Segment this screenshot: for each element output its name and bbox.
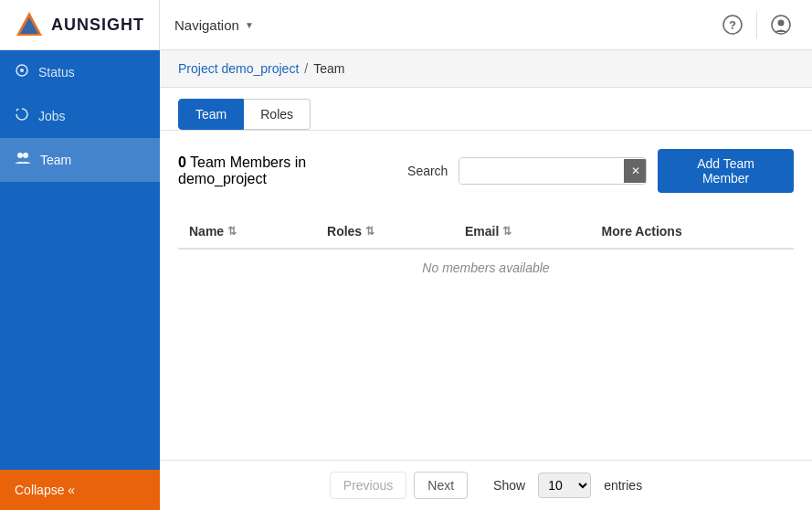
entries-select[interactable]: 5 10 25 50 100 (538, 473, 591, 498)
members-table: Name ⇅ Roles ⇅ (178, 215, 794, 286)
table-wrap: Name ⇅ Roles ⇅ (178, 215, 794, 441)
svg-point-9 (17, 153, 23, 158)
team-header: 0 Team Members in demo_project Search ✕ … (178, 149, 794, 193)
chevron-down-icon: ▼ (245, 20, 254, 30)
col-roles-label: Roles (327, 224, 362, 239)
pagination-footer: Previous Next Show 5 10 25 50 100 entrie… (160, 460, 812, 510)
empty-row: No members available (178, 249, 794, 286)
jobs-icon (15, 107, 29, 125)
navigation-label: Navigation (174, 17, 239, 33)
status-icon (15, 63, 29, 81)
collapse-label: Collapse « (15, 483, 75, 497)
member-count: 0 (178, 154, 186, 170)
svg-point-5 (778, 20, 785, 27)
search-input-wrap: ✕ (459, 157, 647, 185)
breadcrumb-project-link[interactable]: Project demo_project (178, 61, 299, 76)
user-icon (771, 15, 791, 35)
sort-icon-roles[interactable]: ⇅ (365, 225, 374, 238)
main-layout: Status Jobs Team Collapse « Project demo… (0, 50, 812, 510)
svg-text:?: ? (729, 18, 736, 32)
member-label-text: Team Members (190, 154, 290, 170)
navigation-dropdown[interactable]: Navigation ▼ (174, 17, 254, 33)
show-label: Show (493, 478, 525, 493)
page-body: 0 Team Members in demo_project Search ✕ … (160, 131, 812, 460)
col-roles: Roles ⇅ (316, 215, 454, 249)
sidebar-item-status[interactable]: Status (0, 50, 160, 94)
topbar-divider (756, 11, 757, 38)
col-more-actions-label: More Actions (602, 224, 682, 239)
svg-point-10 (23, 153, 28, 158)
tabs-row: Team Roles (160, 88, 812, 131)
sidebar-spacer (0, 182, 160, 470)
logo-area: AUNSIGHT (0, 0, 160, 49)
col-email: Email ⇅ (454, 215, 590, 249)
search-input[interactable] (459, 158, 624, 184)
sidebar-item-team[interactable]: Team (0, 138, 160, 182)
col-name: Name ⇅ (178, 215, 316, 249)
sort-icon-email[interactable]: ⇅ (502, 225, 511, 238)
sidebar-item-label-team: Team (40, 153, 71, 167)
collapse-button[interactable]: Collapse « (0, 470, 160, 510)
tab-team[interactable]: Team (178, 99, 244, 130)
svg-marker-8 (16, 109, 19, 112)
content-area: Project demo_project / Team Team Roles 0… (160, 50, 812, 510)
sidebar-item-label-status: Status (38, 65, 75, 80)
topbar: AUNSIGHT Navigation ▼ ? (0, 0, 812, 50)
topbar-icons: ? (701, 8, 812, 41)
search-clear-button[interactable]: ✕ (624, 159, 647, 183)
tab-roles[interactable]: Roles (244, 99, 311, 130)
search-label: Search (407, 164, 448, 178)
no-members-message: No members available (178, 249, 794, 286)
team-icon (15, 151, 31, 169)
sidebar-item-label-jobs: Jobs (38, 109, 66, 123)
table-header-row: Name ⇅ Roles ⇅ (178, 215, 794, 249)
entries-label: entries (604, 478, 642, 493)
app-name: AUNSIGHT (51, 16, 144, 35)
sort-icon-name[interactable]: ⇅ (227, 225, 237, 238)
previous-button[interactable]: Previous (330, 472, 406, 499)
team-count-text: 0 Team Members in demo_project (178, 154, 396, 187)
breadcrumb-separator: / (304, 61, 308, 76)
sidebar-item-jobs[interactable]: Jobs (0, 94, 160, 138)
col-name-label: Name (189, 224, 224, 239)
col-email-label: Email (465, 224, 499, 239)
sidebar: Status Jobs Team Collapse « (0, 50, 160, 510)
breadcrumb: Project demo_project / Team (160, 50, 812, 88)
col-more-actions: More Actions (591, 215, 794, 249)
next-button[interactable]: Next (414, 472, 468, 499)
nav-area: Navigation ▼ (160, 17, 701, 33)
breadcrumb-current: Team (313, 61, 344, 76)
svg-point-7 (20, 69, 24, 72)
help-icon: ? (722, 15, 743, 35)
user-button[interactable] (765, 8, 797, 41)
add-team-member-button[interactable]: Add Team Member (658, 149, 794, 193)
aunsight-logo-icon (15, 10, 44, 39)
help-button[interactable]: ? (716, 8, 749, 41)
